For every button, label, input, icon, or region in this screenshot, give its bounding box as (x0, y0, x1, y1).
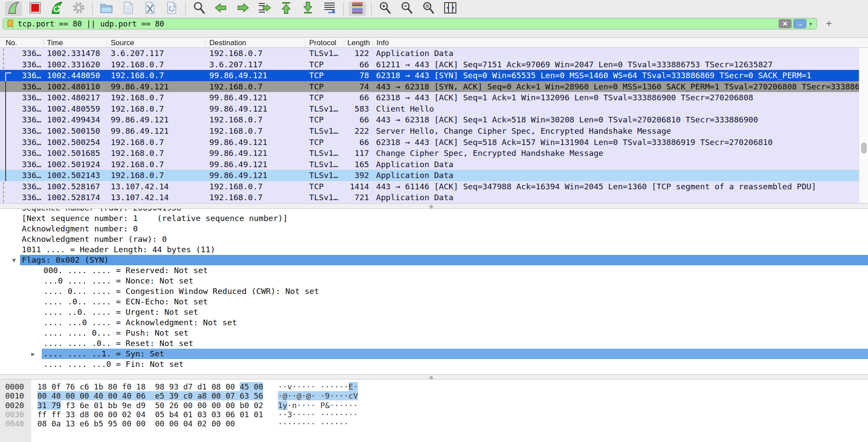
bookmark-icon[interactable] (7, 20, 14, 28)
hex-ascii-highlight: E· (349, 382, 358, 391)
packet-row[interactable]: 336…1002.49943499.86.49.121192.168.0.7TC… (0, 114, 859, 125)
packet-row[interactable]: 336…1002.48011099.86.49.121192.168.0.7TC… (0, 81, 859, 92)
detail-line[interactable]: ▼Flags: 0x002 (SYN) (0, 255, 868, 265)
packet-row[interactable]: 336…1002.501685192.168.0.799.86.49.121TL… (0, 148, 859, 159)
resize-columns-button[interactable] (442, 1, 459, 16)
filter-dropdown-caret[interactable]: ▾ (806, 21, 815, 27)
zoom-in-button[interactable] (376, 1, 394, 16)
expand-closed-icon[interactable]: ▶ (31, 349, 35, 359)
detail-line[interactable]: Acknowledgment number: 0 (0, 224, 868, 234)
hex-row[interactable]: 000018 0f 76 c6 1b 80 f0 18 98 93 d7 d1 … (0, 382, 868, 391)
column-header-time[interactable]: Time (47, 39, 108, 47)
go-last-button[interactable] (299, 1, 317, 16)
detail-line[interactable]: 1011 .... = Header Length: 44 bytes (11) (0, 244, 868, 255)
start-capture-button[interactable] (5, 1, 22, 16)
hex-bytes-segment: 08 0a 13 e6 b5 95 00 00 00 00 04 02 00 0… (37, 419, 235, 428)
detail-line[interactable]: Acknowledgment number (raw): 0 (0, 234, 868, 244)
hex-row[interactable]: 002031 79 f3 6e 01 bb 9e d9 50 26 00 00 … (0, 401, 868, 410)
cell-time: 1002.501685 (47, 148, 111, 159)
detail-line[interactable]: ▶.... .... ..1. = Syn: Set (0, 349, 868, 359)
packet-row[interactable]: 336…1002.331620192.168.0.73.6.207.117TCP… (0, 59, 859, 70)
cell-time: 1002.501924 (47, 159, 111, 170)
detail-line[interactable]: Sequence number (raw): 2665041958 (0, 209, 868, 213)
cell-src: 192.168.0.7 (111, 59, 209, 70)
restart-capture-button[interactable] (48, 1, 66, 16)
go-to-packet-button[interactable] (256, 1, 273, 16)
go-forward-button[interactable] (234, 1, 251, 16)
auto-scroll-button[interactable] (321, 1, 338, 16)
packet-row[interactable]: 336…1002.480559192.168.0.799.86.49.121TL… (0, 103, 859, 115)
detail-line[interactable]: .... .... .0.. = Reset: Not set (0, 338, 868, 349)
row-spacer (41, 159, 47, 170)
scrollbar-thumb[interactable] (861, 142, 867, 154)
column-header-length[interactable]: Length (347, 39, 371, 47)
packet-bytes-pane[interactable]: 000018 0f 76 c6 1b 80 f0 18 98 93 d7 d1 … (0, 379, 868, 442)
close-file-button[interactable] (141, 1, 158, 16)
colorize-button[interactable] (349, 1, 366, 16)
detail-line[interactable]: .... ..0. .... = Urgent: Not set (0, 307, 868, 317)
column-header-protocol[interactable]: Protocol (309, 39, 343, 47)
packet-row[interactable]: 336…1002.480217192.168.0.799.86.49.121TC… (0, 92, 859, 103)
row-spacer (369, 114, 376, 125)
zoom-reset-button[interactable] (420, 1, 437, 16)
packet-details-pane[interactable]: Sequence number (raw): 2665041958[Next s… (0, 209, 868, 374)
packet-row[interactable]: 336…1002.501924192.168.0.799.86.49.121TL… (0, 159, 859, 170)
packet-list[interactable]: 336…1002.3314783.6.207.117192.168.0.7TLS… (0, 48, 859, 203)
column-header-no[interactable]: No. (6, 39, 40, 47)
find-packet-button[interactable] (191, 1, 208, 16)
detail-line[interactable]: .... ...0 .... = Acknowledgment: Not set (0, 317, 868, 328)
column-separator[interactable] (43, 39, 44, 47)
list-details-splitter[interactable] (0, 203, 868, 209)
zoom-out-button[interactable] (398, 1, 416, 16)
cell-proto: TCP (309, 181, 343, 192)
hex-ascii: ········ ······ (278, 419, 349, 428)
detail-line[interactable]: .... .... 0... = Push: Not set (0, 328, 868, 338)
packet-row[interactable]: 336…1002.500254192.168.0.799.86.49.121TC… (0, 137, 859, 148)
packet-row[interactable]: 336…1002.502143192.168.0.799.86.49.121TL… (0, 170, 859, 181)
display-filter-bar[interactable]: ✕ → ▾ (3, 18, 817, 30)
detail-line[interactable]: [Next sequence number: 1 (relative seque… (0, 213, 868, 224)
filter-add-button[interactable]: + (823, 18, 835, 30)
packet-list-scrollbar[interactable] (859, 48, 868, 203)
expand-open-icon[interactable]: ▼ (12, 255, 16, 265)
cell-no: 336… (11, 125, 41, 137)
cell-src: 192.168.0.7 (111, 148, 209, 159)
hex-row[interactable]: 004008 0a 13 e6 b5 95 00 00 00 00 04 02 … (0, 419, 868, 428)
packet-row[interactable]: 336…1002.52817413.107.42.14192.168.0.7TL… (0, 192, 859, 203)
open-file-button[interactable] (98, 1, 115, 16)
column-separator[interactable] (305, 39, 305, 47)
column-separator[interactable] (106, 39, 107, 47)
cell-proto: TCP (309, 114, 343, 125)
column-header-info[interactable]: Info (376, 39, 507, 47)
filter-apply-button[interactable]: → (793, 19, 806, 28)
capture-options-button[interactable] (70, 1, 87, 16)
detail-line[interactable]: .... .... ...0 = Fin: Not set (0, 359, 868, 369)
packet-row[interactable]: 336…1002.52816713.107.42.14192.168.0.7TC… (0, 181, 859, 192)
column-separator[interactable] (373, 39, 373, 47)
detail-line[interactable]: .... .0.. .... = ECN-Echo: Not set (0, 297, 868, 307)
detail-line[interactable]: 000. .... .... = Reserved: Not set (0, 265, 868, 276)
column-separator[interactable] (205, 39, 205, 47)
reload-file-button[interactable] (163, 1, 180, 16)
save-file-button[interactable] (119, 1, 137, 16)
column-header-source[interactable]: Source (111, 39, 206, 47)
packet-row[interactable]: 336…1002.3314783.6.207.117192.168.0.7TLS… (0, 48, 859, 59)
go-first-button[interactable] (277, 1, 295, 16)
detail-line[interactable]: ...0 .... .... = Nonce: Not set (0, 276, 868, 286)
stop-capture-button[interactable] (26, 1, 44, 16)
cell-len: 66 (343, 114, 369, 125)
column-header-destination[interactable]: Destination (209, 39, 305, 47)
packet-row[interactable]: 336…1002.50015099.86.49.121192.168.0.7TL… (0, 125, 859, 137)
packet-list-header[interactable]: No.TimeSourceDestinationProtocolLengthIn… (0, 37, 868, 48)
hex-ascii-segment: ········ ······ (278, 419, 349, 428)
display-filter-input[interactable] (18, 20, 777, 28)
details-bytes-splitter[interactable] (0, 374, 868, 379)
hex-row[interactable]: 0030ff ff 33 d8 00 00 02 04 05 b4 01 03 … (0, 410, 868, 419)
detail-line[interactable]: .... 0... .... = Congestion Window Reduc… (0, 286, 868, 297)
cell-proto: TLSv1… (309, 159, 343, 170)
filter-clear-button[interactable]: ✕ (779, 19, 792, 28)
go-back-button[interactable] (212, 1, 230, 16)
hex-row[interactable]: 001000 40 00 00 40 00 40 06 e5 39 c0 a8 … (0, 391, 868, 400)
column-separator[interactable] (344, 39, 344, 47)
packet-row[interactable]: 336…1002.448050192.168.0.799.86.49.121TC… (0, 70, 859, 81)
